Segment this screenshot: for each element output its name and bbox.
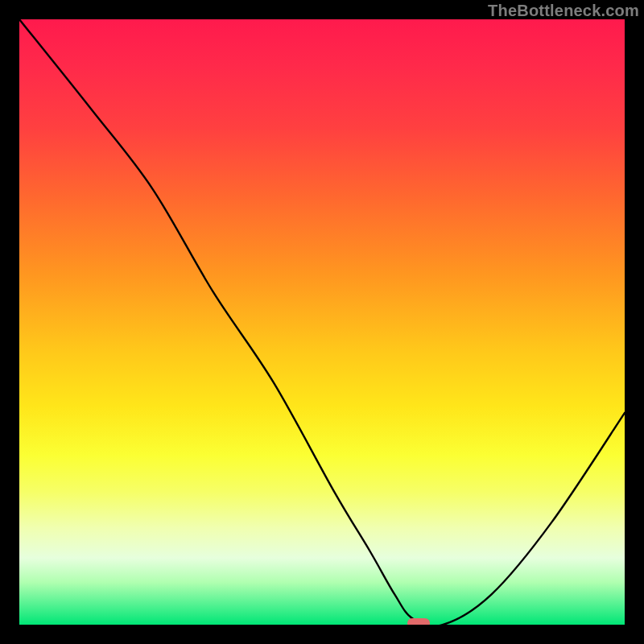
bottleneck-curve	[19, 19, 625, 625]
plot-area	[19, 19, 625, 625]
optimal-marker	[407, 618, 430, 625]
chart-frame: TheBottleneck.com	[0, 0, 644, 644]
watermark-text: TheBottleneck.com	[488, 2, 639, 20]
